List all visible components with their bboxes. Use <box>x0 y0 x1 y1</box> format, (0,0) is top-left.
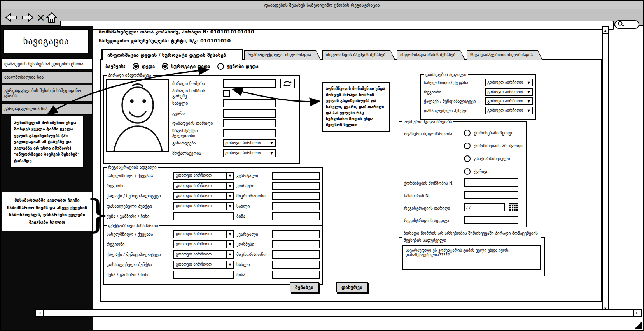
right-arrow-icon <box>636 311 639 315</box>
fetch-person-button[interactable] <box>280 79 295 88</box>
calendar-button[interactable] <box>509 202 518 211</box>
birth-place-legend: დაბადების ადგილი <box>424 72 468 77</box>
no-id-reason-textarea[interactable]: სავარაუდოდ ეს კომენტარის ტიპის ველი უნდა… <box>402 245 541 270</box>
back-arrow-icon <box>5 12 18 23</box>
fact-quarter-input[interactable] <box>272 230 320 238</box>
citizenship-select[interactable]: გთხოვთ აირჩიოთ <box>223 149 276 157</box>
radio-married[interactable]: ქორინებაში მყოფი <box>464 130 513 136</box>
reg-country-select[interactable]: გთხოვთ აირჩიოთ <box>173 172 234 180</box>
first-name-input[interactable] <box>223 99 276 107</box>
radio-unknown-mother[interactable]: უცნობი დედა <box>217 63 259 70</box>
tab-child-info[interactable]: ინფორმაცია ბავშვის შესახებ <box>322 50 396 60</box>
fact-house-input[interactable] <box>272 261 320 269</box>
country-label: სახელმწიფო / ქვეყანა <box>424 80 483 85</box>
personal-info-rows: პირადი ნომერი პირად <box>172 79 297 158</box>
first-name-label: სახელი <box>172 101 220 106</box>
sidebar-item-newborns-list[interactable]: ახალშობილთა სია <box>1 71 93 83</box>
fact-microdistrict-input[interactable] <box>272 250 320 259</box>
marriage-registration-place-input[interactable] <box>464 216 518 224</box>
sidebar-item-death-certificate[interactable]: გარდაცვალების შესახებ სამედიცინო ცნობა <box>1 85 93 102</box>
birth-place-fieldset: დაბადების ადგილი სახელმწიფო / ქვეყანა გთ… <box>420 72 536 120</box>
marriage-certificate-input[interactable] <box>464 178 518 187</box>
tab-reproductive-info[interactable]: რეპროდუქციული ინფორმაცია <box>244 50 321 60</box>
fact-settlement-select[interactable]: გთხოვთ აირჩიოთ <box>173 261 234 269</box>
left-arrow-icon <box>38 311 40 315</box>
forward-button[interactable] <box>20 11 35 24</box>
fact-building-input[interactable] <box>272 240 320 248</box>
scroll-up-button[interactable] <box>603 27 608 34</box>
street-label: ქუჩა / გამზირი / ჩიხი <box>107 272 171 277</box>
chevron-down-icon <box>525 79 532 86</box>
building-label: კორპუსი <box>236 242 270 247</box>
browser-window: დაბადების შესახებ სამედიცინო ცნობის რეგი… <box>0 0 644 331</box>
home-button[interactable] <box>44 11 59 24</box>
birth-settlement-select[interactable]: გთხოვთ აირჩიოთ <box>485 107 533 114</box>
radio-circle-icon <box>133 63 139 70</box>
reg-microdistrict-input[interactable] <box>272 192 320 200</box>
birth-country-select[interactable]: გთხოვთ აირჩიოთ <box>485 79 533 86</box>
tab-father-info[interactable]: ინფორმაცია მამის შესახებ <box>397 50 466 60</box>
birth-date-input[interactable] <box>223 119 276 127</box>
fact-apartment-input[interactable] <box>272 271 320 279</box>
person-sketch-icon <box>107 80 168 151</box>
region-label: რეგიონი <box>107 242 171 247</box>
radio-not-married[interactable]: ქორწინებაში არ მყოფი <box>464 143 523 149</box>
no-id-reason-fieldset: პირადი ნომრის არ არსებობის შემთხვევაში პ… <box>399 230 545 276</box>
sidebar-item-deceased-list[interactable]: გარდაცვლილთა სია <box>1 103 93 115</box>
scroll-right-button[interactable] <box>633 310 641 316</box>
radio-surrogate-mother[interactable]: სუროგატი დედა <box>162 63 210 70</box>
reg-settlement-select[interactable]: გთხოვთ აირჩიოთ <box>173 202 234 210</box>
quarter-label: კვარტალი <box>236 232 270 237</box>
tab-mother-info[interactable]: ინფორმაცია დედის / სუროგატი დედის შესახე… <box>102 49 243 60</box>
settlement-label: დასახლებული პუნქტი <box>107 204 171 209</box>
without-personal-number-checkbox[interactable] <box>223 90 230 97</box>
scroll-left-button[interactable] <box>36 310 44 316</box>
radio-divorced[interactable]: განქორწინებული <box>464 155 510 162</box>
education-select[interactable]: გთხოვთ აირჩიოთ <box>223 139 276 147</box>
birth-city-select[interactable]: გთხოვთ აირჩიოთ <box>485 97 533 105</box>
reg-house-input[interactable] <box>272 202 320 210</box>
radio-circle-icon <box>464 143 471 149</box>
sidebar-item-birth-certificate[interactable]: დაბადების შესახებ სამედიცინო ცნობა <box>1 58 93 70</box>
radio-mother[interactable]: დედა <box>133 63 155 70</box>
reg-street-input[interactable] <box>173 212 234 220</box>
fact-city-select[interactable]: გთხოვთ აირჩიოთ <box>173 250 234 259</box>
fact-street-input[interactable] <box>173 271 234 279</box>
reg-apartment-input[interactable] <box>272 212 320 220</box>
vertical-scrollbar[interactable] <box>602 26 609 312</box>
radio-widowed[interactable]: ქვრივი <box>464 168 488 175</box>
radio-circle-icon <box>464 168 471 175</box>
reg-building-input[interactable] <box>272 182 320 190</box>
curly-brace-decoration <box>86 195 110 234</box>
photo-placeholder <box>106 79 169 152</box>
search-button[interactable] <box>614 20 639 29</box>
chevron-down-icon <box>525 89 532 95</box>
fact-country-select[interactable]: გთხოვთ აირჩიოთ <box>173 230 234 238</box>
refresh-icon <box>282 81 292 87</box>
family-status-legend: ოჯახური მდგომარეობა <box>402 119 453 124</box>
last-name-input[interactable] <box>223 109 276 118</box>
window-resize-grip[interactable] <box>634 321 642 329</box>
personal-number-input[interactable] <box>223 79 276 88</box>
reg-region-select[interactable]: გთხოვთ აირჩიოთ <box>173 182 234 190</box>
calendar-icon <box>509 202 518 211</box>
home-icon <box>46 12 58 23</box>
save-button[interactable]: შენახვა <box>290 282 319 292</box>
stop-button[interactable] <box>37 11 45 24</box>
close-button[interactable]: დახურვა <box>336 282 368 292</box>
settlement-label: დასახლებული პუნქტი <box>107 262 171 267</box>
record-number-input[interactable] <box>464 191 518 199</box>
birth-region-select[interactable]: გთხოვთ აირჩიოთ <box>485 88 533 96</box>
reg-city-select[interactable]: გთხოვთ აირჩიოთ <box>173 192 234 200</box>
house-label: სახლი <box>236 262 270 267</box>
no-id-reason-label: პირადი ნომრის არ არსებობის შემთხვევაში პ… <box>402 230 541 244</box>
back-button[interactable] <box>4 11 19 24</box>
marriage-registration-date-input[interactable] <box>464 203 505 211</box>
tab-other-info[interactable]: სხვა დამატებითი ინფორმაცია <box>467 50 543 60</box>
chevron-down-icon <box>268 140 275 146</box>
chevron-down-icon <box>226 231 233 238</box>
reg-quarter-input[interactable] <box>272 172 320 180</box>
fact-region-select[interactable]: გთხოვთ აირჩიოთ <box>173 240 234 248</box>
contact-phone-input[interactable] <box>223 129 276 137</box>
horizontal-scrollbar[interactable] <box>35 309 642 317</box>
